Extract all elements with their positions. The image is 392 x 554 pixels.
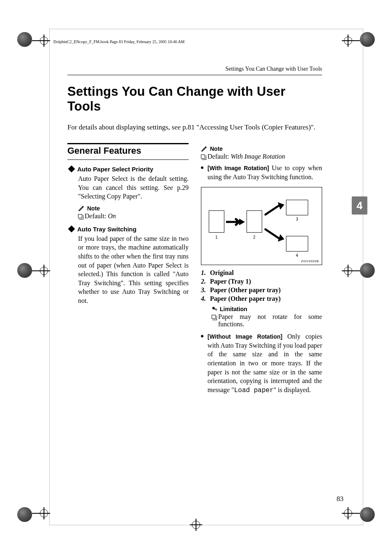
limitation-body: Paper may not rotate for some functions. (212, 313, 322, 328)
limitation-label: Limitation (220, 306, 247, 312)
option-bullet: [Without Image Rotation] Only copies wit… (201, 332, 322, 395)
option-label: [With Image Rotation] (208, 165, 269, 171)
diagram-box-tray-other-bottom (286, 236, 308, 252)
reg-cross-icon (342, 35, 354, 47)
arrow-up-right-icon (264, 202, 284, 216)
note-default-value: With Image Rotation (231, 153, 285, 160)
left-column: General Features Auto Paper Select Prior… (67, 143, 189, 398)
page-number: 83 (337, 495, 344, 503)
note-default-prefix: Default: (208, 153, 231, 160)
arrow-down-right-icon (264, 228, 284, 242)
legend-item: 3.Paper (Other paper tray) (201, 286, 322, 294)
feature-heading: Auto Tray Switching (69, 226, 189, 233)
option-label: [Without Image Rotation] (208, 333, 282, 340)
reg-disc-icon (17, 507, 32, 522)
reg-bar-icon (354, 40, 360, 41)
arrow-right-icon (226, 218, 245, 226)
diamond-icon (68, 226, 75, 233)
svg-rect-1 (214, 309, 217, 310)
note-label: Note (210, 145, 223, 152)
note-body: Default: On (78, 212, 189, 220)
pencil-icon (78, 205, 85, 212)
pencil-icon (201, 145, 208, 152)
code-text: Load paper (234, 387, 274, 394)
bullet-icon (201, 335, 203, 337)
svg-rect-2 (216, 309, 217, 310)
page: DolphinC2_ENcopy_F_FM.book Page 83 Frida… (0, 0, 392, 554)
note-bullet-icon (212, 315, 216, 319)
reg-bar-icon (32, 40, 38, 41)
section-heading: General Features (67, 145, 189, 156)
reg-bar-icon (32, 270, 38, 271)
diagram-label: 1 (215, 235, 218, 240)
rule (67, 75, 322, 75)
note-default-value: On (108, 212, 116, 219)
key-icon (212, 306, 217, 312)
note-body: Default: With Image Rotation (201, 153, 322, 160)
diagram-label: 3 (296, 217, 298, 222)
note-heading: Note (201, 145, 322, 152)
legend-item: 2.Paper (Tray 1) (201, 278, 322, 285)
feature-title: Auto Paper Select Priority (77, 166, 153, 173)
feature-title: Auto Tray Switching (77, 226, 136, 233)
frame-line (49, 525, 363, 525)
reg-cross-icon (342, 265, 354, 277)
running-head: Settings You Can Change with User Tools (67, 66, 322, 72)
right-column: Note Default: With Image Rotation [With … (201, 143, 322, 398)
reg-bar-icon (32, 513, 38, 514)
bullet-icon (201, 166, 203, 169)
reg-bar-icon (354, 513, 360, 514)
reg-bar-icon (354, 270, 360, 271)
option-text: " is displayed. (274, 386, 311, 393)
legend-item: 1.Original (201, 269, 322, 277)
reg-disc-icon (360, 507, 375, 522)
note-bullet-icon (78, 214, 82, 218)
note-default-prefix: Default: (85, 212, 108, 219)
page-title: Settings You Can Change with User Tools (67, 84, 322, 114)
feature-heading: Auto Paper Select Priority (69, 166, 189, 173)
diagram-code: ZGVX020E (301, 259, 319, 263)
diagram-box-tray1 (247, 210, 262, 233)
option-text: Only copies with Auto Tray Switching if … (208, 333, 322, 393)
tray-switch-diagram: 1 2 3 4 ZGVX020E (201, 187, 322, 265)
section-rule (67, 143, 189, 144)
diagram-box-tray-other-top (286, 200, 308, 215)
diagram-label: 4 (296, 253, 298, 258)
note-bullet-icon (201, 155, 205, 159)
reg-disc-icon (360, 263, 375, 278)
book-stamp: DolphinC2_ENcopy_F_FM.book Page 83 Frida… (53, 39, 184, 44)
frame-line (49, 29, 363, 29)
feature-body: If you load paper of the same size in tw… (78, 234, 189, 305)
diagram-box-original (209, 210, 224, 233)
reg-cross-icon (38, 265, 50, 277)
reg-disc-icon (17, 263, 32, 278)
reg-disc-icon (360, 32, 375, 47)
diamond-icon (68, 166, 75, 173)
diagram-label: 2 (253, 235, 256, 240)
reg-cross-icon (38, 507, 50, 519)
intro-paragraph: For details about displaying settings, s… (67, 123, 322, 132)
limitation-text: Paper may not rotate for some functions. (218, 313, 322, 328)
content-area: Settings You Can Change with User Tools … (67, 66, 322, 398)
reg-cross-icon (342, 507, 354, 519)
feature-body: Auto Paper Select is the default setting… (78, 174, 189, 201)
frame-line (49, 29, 50, 525)
option-bullet: [With Image Rotation] Use to copy when u… (201, 164, 322, 181)
note-heading: Note (78, 205, 189, 212)
diagram-legend: 1.Original 2.Paper (Tray 1) 3.Paper (Oth… (201, 269, 322, 302)
section-underline (67, 159, 189, 160)
note-label: Note (87, 205, 100, 212)
legend-item: 4.Paper (Other paper tray) (201, 295, 322, 302)
limitation-heading: Limitation (212, 306, 322, 312)
reg-disc-icon (17, 32, 32, 47)
thumb-tab: 4 (352, 196, 367, 215)
reg-cross-icon (38, 35, 50, 47)
frame-line (363, 29, 363, 525)
